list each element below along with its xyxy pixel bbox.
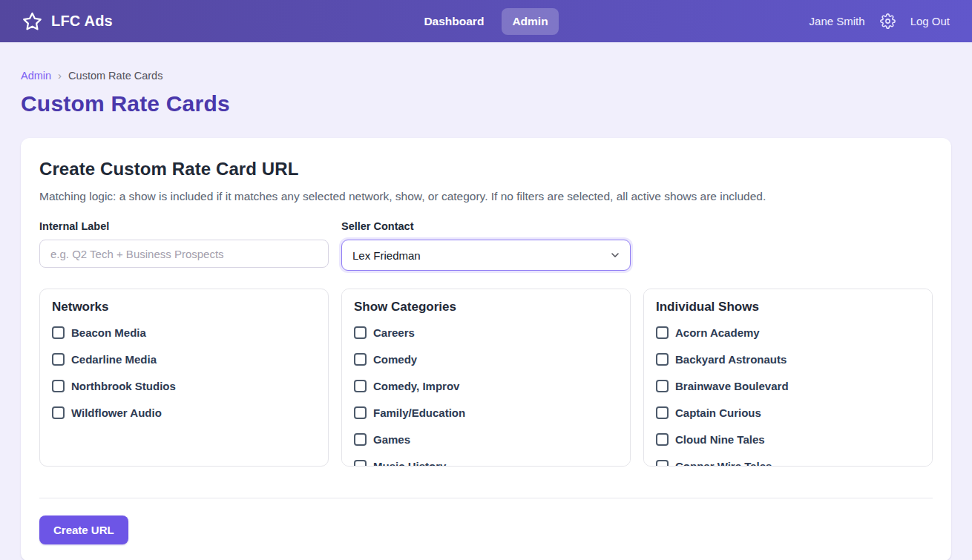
form-fields-row: Internal Label Seller Contact Lex Friedm… (39, 220, 933, 271)
seller-contact-select[interactable]: Lex Friedman (341, 240, 631, 271)
card-divider (39, 498, 933, 498)
network-option[interactable]: Northbrook Studios (52, 379, 316, 393)
networks-title: Networks (52, 300, 316, 314)
create-rate-card-panel: Create Custom Rate Card URL Matching log… (21, 138, 951, 560)
nav-item-admin[interactable]: Admin (502, 8, 558, 35)
network-checkbox[interactable] (52, 326, 65, 339)
individual-shows-box[interactable]: Individual Shows Acorn Academy Backyard … (643, 289, 933, 467)
category-checkbox[interactable] (354, 353, 367, 366)
logout-link[interactable]: Log Out (910, 15, 950, 27)
breadcrumb-current: Custom Rate Cards (68, 70, 162, 82)
internal-label-label: Internal Label (39, 220, 329, 232)
network-option[interactable]: Cedarline Media (52, 352, 316, 366)
show-checkbox[interactable] (656, 353, 669, 366)
show-option[interactable]: Copper Wire Tales (656, 459, 920, 467)
seller-contact-field-group: Seller Contact Lex Friedman (341, 220, 631, 271)
show-option-label: Backyard Astronauts (675, 352, 787, 366)
category-option-label: Comedy, Improv (373, 379, 459, 393)
network-option-label: Northbrook Studios (71, 379, 176, 393)
category-option-label: Comedy (373, 352, 417, 366)
nav-user-area: Jane Smith Log Out (559, 13, 950, 29)
network-option-label: Wildflower Audio (71, 406, 162, 420)
nav-item-dashboard[interactable]: Dashboard (413, 8, 494, 35)
network-checkbox[interactable] (52, 380, 65, 392)
show-option[interactable]: Acorn Academy (656, 326, 920, 340)
show-checkbox[interactable] (656, 433, 669, 446)
show-option-label: Cloud Nine Tales (675, 432, 765, 447)
network-option[interactable]: Beacon Media (52, 326, 316, 340)
breadcrumb: Admin › Custom Rate Cards (21, 69, 951, 82)
networks-box: Networks Beacon Media Cedarline Media No… (39, 289, 329, 467)
category-option-label: Careers (373, 326, 415, 340)
internal-label-field-group: Internal Label (39, 220, 329, 271)
network-option[interactable]: Wildflower Audio (52, 406, 316, 420)
category-option-label: Games (373, 432, 410, 447)
card-description: Matching logic: a show is included if it… (39, 190, 933, 203)
create-url-button[interactable]: Create URL (39, 515, 128, 544)
category-option[interactable]: Careers (354, 326, 618, 340)
show-option[interactable]: Cloud Nine Tales (656, 432, 920, 447)
show-checkbox[interactable] (656, 326, 669, 339)
card-title: Create Custom Rate Card URL (39, 159, 933, 179)
show-option-label: Copper Wire Tales (675, 459, 772, 467)
network-checkbox[interactable] (52, 406, 65, 419)
category-option-label: Music History (373, 459, 446, 467)
category-checkbox[interactable] (354, 380, 367, 392)
show-checkbox[interactable] (656, 460, 669, 467)
category-option[interactable]: Family/Education (354, 406, 618, 420)
user-name: Jane Smith (810, 15, 865, 27)
seller-contact-select-wrap: Lex Friedman (341, 240, 631, 271)
show-option[interactable]: Brainwave Boulevard (656, 379, 920, 393)
page-content: Admin › Custom Rate Cards Custom Rate Ca… (0, 42, 972, 560)
category-checkbox[interactable] (354, 460, 367, 467)
show-checkbox[interactable] (656, 406, 669, 419)
star-icon (22, 11, 42, 31)
show-categories-box[interactable]: Show Categories Careers Comedy Comedy, I… (341, 289, 631, 467)
brand-name: LFC Ads (51, 13, 113, 30)
seller-contact-label: Seller Contact (341, 220, 631, 232)
show-categories-title: Show Categories (354, 300, 618, 314)
category-option[interactable]: Music History (354, 459, 618, 467)
category-option[interactable]: Comedy, Improv (354, 379, 618, 393)
fields-row-spacer (643, 220, 933, 271)
category-checkbox[interactable] (354, 406, 367, 419)
category-checkbox[interactable] (354, 433, 367, 446)
category-option-label: Family/Education (373, 406, 465, 420)
gear-icon[interactable] (880, 13, 896, 29)
show-option[interactable]: Captain Curious (656, 406, 920, 420)
show-option-label: Acorn Academy (675, 326, 760, 340)
network-option-label: Beacon Media (71, 326, 146, 340)
show-checkbox[interactable] (656, 380, 669, 392)
category-option[interactable]: Games (354, 432, 618, 447)
network-option-label: Cedarline Media (71, 352, 157, 366)
main-nav: Dashboard Admin (413, 8, 558, 35)
breadcrumb-admin-link[interactable]: Admin (21, 70, 51, 82)
internal-label-input[interactable] (39, 240, 329, 268)
category-option[interactable]: Comedy (354, 352, 618, 366)
page-title: Custom Rate Cards (21, 91, 951, 116)
filter-boxes-row: Networks Beacon Media Cedarline Media No… (39, 289, 933, 467)
show-option-label: Brainwave Boulevard (675, 379, 789, 393)
individual-shows-title: Individual Shows (656, 300, 920, 314)
top-navbar: LFC Ads Dashboard Admin Jane Smith Log O… (0, 0, 972, 42)
breadcrumb-separator: › (58, 69, 62, 82)
brand[interactable]: LFC Ads (22, 11, 413, 31)
show-option[interactable]: Backyard Astronauts (656, 352, 920, 366)
network-checkbox[interactable] (52, 353, 65, 366)
show-option-label: Captain Curious (675, 406, 761, 420)
category-checkbox[interactable] (354, 326, 367, 339)
